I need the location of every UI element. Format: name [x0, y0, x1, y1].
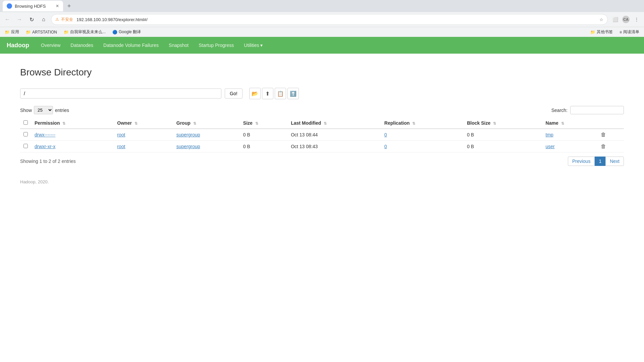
folder-icon: 📁 — [590, 30, 595, 35]
reading-list-icon: ≡ — [620, 30, 622, 35]
path-row: Go! 📂 ⬆ 📋 ⬆️ — [20, 88, 624, 99]
row-replication: 0 — [381, 129, 464, 141]
upload-button[interactable]: ⬆️ — [287, 88, 299, 99]
path-input[interactable] — [20, 88, 221, 99]
row-replication: 0 — [381, 141, 464, 153]
bookmark-artstation[interactable]: 📁 ARTSTATION — [24, 29, 59, 35]
open-folder-icon: 📂 — [252, 90, 258, 97]
page-1-button[interactable]: 1 — [595, 157, 605, 166]
menu-icon[interactable]: ⋮ — [632, 15, 641, 24]
name-link[interactable]: tmp — [546, 132, 553, 137]
home-button[interactable]: ⌂ — [39, 15, 48, 24]
nav-datanodes[interactable]: Datanodes — [65, 38, 98, 53]
footer: Hadoop, 2020. — [20, 179, 624, 184]
bookmark-apps[interactable]: 📁 应用 — [3, 28, 21, 36]
col-block-size[interactable]: Block Size ⇅ — [464, 118, 542, 129]
bookmark-label: ARTSTATION — [32, 30, 57, 35]
footer-text: Hadoop, 2020. — [20, 179, 49, 184]
new-tab-button[interactable]: + — [64, 1, 74, 11]
page-title: Browse Directory — [20, 67, 624, 78]
search-input[interactable] — [570, 106, 624, 114]
col-replication[interactable]: Replication ⇅ — [381, 118, 464, 129]
col-last-modified[interactable]: Last Modified ⇅ — [287, 118, 381, 129]
nav-overview[interactable]: Overview — [36, 38, 65, 53]
search-label: Search: — [551, 108, 568, 113]
bookmarks-bar: 📁 应用 📁 ARTSTATION 📁 自我审视及未来么... 🔵 Google… — [0, 27, 644, 37]
show-entries: Show 10 25 50 100 entries — [20, 106, 69, 114]
sort-icon: ⇅ — [561, 121, 564, 125]
bookmarks-right: 📁 其他书签 ≡ 阅读清单 — [588, 28, 641, 36]
next-button[interactable]: Next — [605, 157, 624, 166]
row-checkbox-cell — [20, 141, 31, 153]
folder-icon: 📁 — [64, 30, 69, 35]
bookmark-star-icon[interactable]: ☆ — [599, 17, 603, 22]
nav-startup-progress[interactable]: Startup Progress — [194, 38, 239, 53]
go-button[interactable]: Go! — [225, 88, 243, 99]
folder-icon: 📁 — [26, 30, 31, 35]
bookmark-other[interactable]: 📁 其他书签 — [588, 28, 615, 36]
col-name[interactable]: Name ⇅ — [542, 118, 597, 129]
row-owner: root — [114, 129, 173, 141]
tab-title: Browsing HDFS — [15, 4, 46, 9]
action-buttons: 📂 ⬆ 📋 ⬆️ — [249, 88, 299, 99]
delete-button-0[interactable]: 🗑 — [601, 132, 606, 138]
bookmark-self[interactable]: 📁 自我审视及未来么... — [62, 28, 108, 36]
bookmark-label: 阅读清单 — [623, 29, 639, 35]
col-group-label: Group — [176, 120, 191, 126]
bookmark-label: 其他书签 — [597, 29, 613, 35]
entries-select[interactable]: 10 25 50 100 — [34, 106, 53, 114]
nav-utilities[interactable]: Utilities ▾ — [239, 38, 268, 53]
group-link[interactable]: supergroup — [176, 144, 200, 149]
replication-link[interactable]: 0 — [384, 144, 387, 149]
nav-utilities-label: Utilities — [244, 43, 259, 48]
bookmark-reading-list[interactable]: ≡ 阅读清单 — [618, 28, 641, 36]
nav-snapshot[interactable]: Snapshot — [164, 38, 194, 53]
sort-icon: ⇅ — [62, 121, 65, 125]
open-folder-button[interactable]: 📂 — [249, 88, 261, 99]
col-group[interactable]: Group ⇅ — [173, 118, 240, 129]
insecure-label: 不安全 — [61, 17, 73, 22]
sort-icon: ⇅ — [135, 121, 138, 125]
owner-link[interactable]: root — [117, 132, 125, 137]
back-button[interactable]: ← — [3, 15, 12, 24]
create-directory-button[interactable]: 📋 — [275, 88, 286, 99]
select-all-checkbox[interactable] — [23, 120, 28, 125]
col-permission[interactable]: Permission ⇅ — [31, 118, 114, 129]
show-label: Show — [20, 108, 32, 113]
address-bar-row: ← → ↻ ⌂ ⚠ 不安全 192.168.100.10:9870/explor… — [0, 12, 644, 27]
upload-icon: ⬆️ — [290, 90, 297, 97]
col-owner[interactable]: Owner ⇅ — [114, 118, 173, 129]
row-delete-cell: 🗑 — [597, 129, 624, 141]
up-arrow-icon: ⬆ — [265, 90, 270, 97]
row-size: 0 B — [240, 129, 287, 141]
folder-icon: 📁 — [5, 30, 10, 35]
bookmark-google-translate[interactable]: 🔵 Google 翻译 — [110, 28, 143, 36]
permission-link[interactable]: drwx------- — [35, 132, 55, 137]
nav-datanode-volume-failures[interactable]: Datanode Volume Failures — [98, 38, 164, 53]
forward-button[interactable]: → — [15, 15, 24, 24]
active-tab[interactable]: Browsing HDFS ✕ — [3, 1, 63, 11]
row-checkbox-0[interactable] — [23, 132, 28, 136]
owner-link[interactable]: root — [117, 144, 125, 149]
tab-close-button[interactable]: ✕ — [56, 4, 59, 8]
previous-button[interactable]: Previous — [568, 157, 595, 166]
reload-button[interactable]: ↻ — [27, 15, 36, 24]
profile-icon[interactable]: CA — [621, 15, 631, 24]
hadoop-brand[interactable]: Hadoop — [7, 42, 29, 49]
dropdown-arrow-icon: ▾ — [260, 43, 263, 48]
up-directory-button[interactable]: ⬆ — [262, 88, 273, 99]
group-link[interactable]: supergroup — [176, 132, 200, 137]
address-bar[interactable]: ⚠ 不安全 192.168.100.10:9870/explorer.html#… — [51, 14, 608, 25]
url-text: 192.168.100.10:9870/explorer.html#/ — [76, 17, 597, 22]
extensions-icon[interactable]: ⬜ — [610, 15, 620, 24]
row-size: 0 B — [240, 141, 287, 153]
replication-link[interactable]: 0 — [384, 132, 387, 137]
hadoop-navbar: Hadoop Overview Datanodes Datanode Volum… — [0, 37, 644, 54]
browser-chrome: Browsing HDFS ✕ + ← → ↻ ⌂ ⚠ 不安全 192.168.… — [0, 0, 644, 37]
name-link[interactable]: user — [546, 144, 555, 149]
select-all-header — [20, 118, 31, 129]
delete-button-1[interactable]: 🗑 — [601, 143, 606, 149]
col-size[interactable]: Size ⇅ — [240, 118, 287, 129]
row-checkbox-1[interactable] — [23, 144, 28, 148]
permission-link[interactable]: drwxr-xr-x — [35, 144, 55, 149]
